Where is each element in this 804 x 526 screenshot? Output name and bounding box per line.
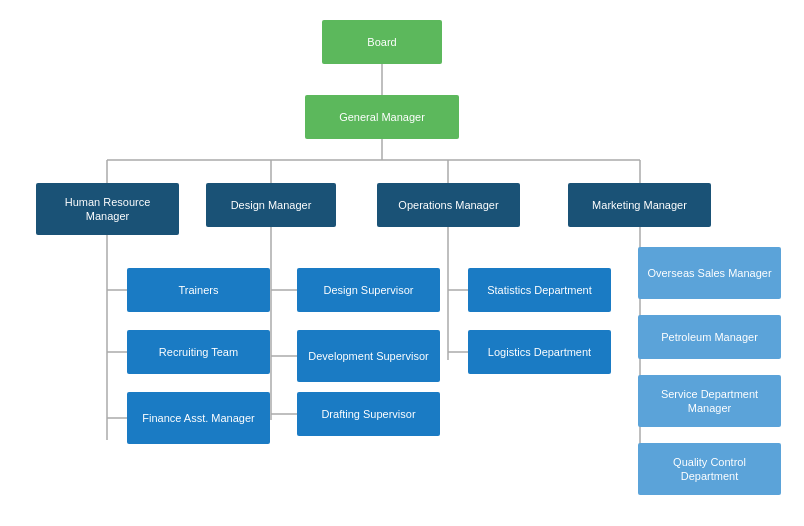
service-dept-node: Service Department Manager xyxy=(638,375,781,427)
board-node: Board xyxy=(322,20,442,64)
quality-control-node: Quality Control Department xyxy=(638,443,781,495)
general-manager-node: General Manager xyxy=(305,95,459,139)
hr-manager-node: Human Resource Manager xyxy=(36,183,179,235)
design-supervisor-node: Design Supervisor xyxy=(297,268,440,312)
finance-asst-node: Finance Asst. Manager xyxy=(127,392,270,444)
statistics-dept-node: Statistics Department xyxy=(468,268,611,312)
overseas-sales-node: Overseas Sales Manager xyxy=(638,247,781,299)
marketing-manager-node: Marketing Manager xyxy=(568,183,711,227)
development-supervisor-node: Development Supervisor xyxy=(297,330,440,382)
ops-manager-node: Operations Manager xyxy=(377,183,520,227)
petroleum-manager-node: Petroleum Manager xyxy=(638,315,781,359)
recruiting-team-node: Recruiting Team xyxy=(127,330,270,374)
design-manager-node: Design Manager xyxy=(206,183,336,227)
drafting-supervisor-node: Drafting Supervisor xyxy=(297,392,440,436)
logistics-dept-node: Logistics Department xyxy=(468,330,611,374)
trainers-node: Trainers xyxy=(127,268,270,312)
org-chart: Board General Manager Human Resource Man… xyxy=(0,0,804,526)
